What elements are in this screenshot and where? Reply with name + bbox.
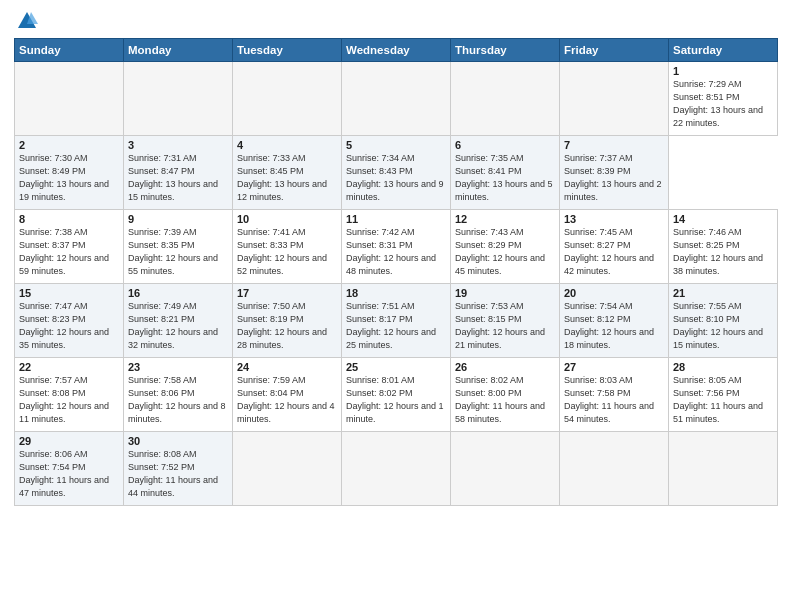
day-number: 16 bbox=[128, 287, 228, 299]
weekday-header-row: SundayMondayTuesdayWednesdayThursdayFrid… bbox=[15, 39, 778, 62]
day-number: 1 bbox=[673, 65, 773, 77]
calendar-week-row: 29Sunrise: 8:06 AMSunset: 7:54 PMDayligh… bbox=[15, 432, 778, 506]
calendar-cell: 7Sunrise: 7:37 AMSunset: 8:39 PMDaylight… bbox=[560, 136, 669, 210]
day-detail: Sunrise: 8:01 AMSunset: 8:02 PMDaylight:… bbox=[346, 374, 446, 426]
day-detail: Sunrise: 7:39 AMSunset: 8:35 PMDaylight:… bbox=[128, 226, 228, 278]
calendar-cell: 24Sunrise: 7:59 AMSunset: 8:04 PMDayligh… bbox=[233, 358, 342, 432]
calendar-cell: 28Sunrise: 8:05 AMSunset: 7:56 PMDayligh… bbox=[669, 358, 778, 432]
calendar-cell: 15Sunrise: 7:47 AMSunset: 8:23 PMDayligh… bbox=[15, 284, 124, 358]
calendar-cell bbox=[124, 62, 233, 136]
calendar-cell: 5Sunrise: 7:34 AMSunset: 8:43 PMDaylight… bbox=[342, 136, 451, 210]
calendar-cell bbox=[560, 62, 669, 136]
day-number: 26 bbox=[455, 361, 555, 373]
calendar-cell bbox=[560, 432, 669, 506]
logo-icon bbox=[16, 10, 38, 32]
calendar-cell bbox=[342, 432, 451, 506]
weekday-header-sunday: Sunday bbox=[15, 39, 124, 62]
day-detail: Sunrise: 7:45 AMSunset: 8:27 PMDaylight:… bbox=[564, 226, 664, 278]
calendar-cell bbox=[233, 432, 342, 506]
day-detail: Sunrise: 7:49 AMSunset: 8:21 PMDaylight:… bbox=[128, 300, 228, 352]
calendar-table: SundayMondayTuesdayWednesdayThursdayFrid… bbox=[14, 38, 778, 506]
day-number: 29 bbox=[19, 435, 119, 447]
day-detail: Sunrise: 7:58 AMSunset: 8:06 PMDaylight:… bbox=[128, 374, 228, 426]
calendar-week-row: 1Sunrise: 7:29 AMSunset: 8:51 PMDaylight… bbox=[15, 62, 778, 136]
day-detail: Sunrise: 7:43 AMSunset: 8:29 PMDaylight:… bbox=[455, 226, 555, 278]
calendar-cell: 10Sunrise: 7:41 AMSunset: 8:33 PMDayligh… bbox=[233, 210, 342, 284]
day-number: 24 bbox=[237, 361, 337, 373]
calendar-cell: 23Sunrise: 7:58 AMSunset: 8:06 PMDayligh… bbox=[124, 358, 233, 432]
weekday-header-thursday: Thursday bbox=[451, 39, 560, 62]
day-detail: Sunrise: 7:29 AMSunset: 8:51 PMDaylight:… bbox=[673, 78, 773, 130]
day-number: 6 bbox=[455, 139, 555, 151]
calendar-cell: 11Sunrise: 7:42 AMSunset: 8:31 PMDayligh… bbox=[342, 210, 451, 284]
day-number: 22 bbox=[19, 361, 119, 373]
calendar-week-row: 22Sunrise: 7:57 AMSunset: 8:08 PMDayligh… bbox=[15, 358, 778, 432]
day-number: 10 bbox=[237, 213, 337, 225]
day-number: 5 bbox=[346, 139, 446, 151]
day-number: 4 bbox=[237, 139, 337, 151]
calendar-cell: 1Sunrise: 7:29 AMSunset: 8:51 PMDaylight… bbox=[669, 62, 778, 136]
day-detail: Sunrise: 7:30 AMSunset: 8:49 PMDaylight:… bbox=[19, 152, 119, 204]
calendar-cell: 12Sunrise: 7:43 AMSunset: 8:29 PMDayligh… bbox=[451, 210, 560, 284]
day-detail: Sunrise: 7:37 AMSunset: 8:39 PMDaylight:… bbox=[564, 152, 664, 204]
day-detail: Sunrise: 7:57 AMSunset: 8:08 PMDaylight:… bbox=[19, 374, 119, 426]
day-number: 28 bbox=[673, 361, 773, 373]
logo-area bbox=[14, 10, 38, 32]
calendar-week-row: 8Sunrise: 7:38 AMSunset: 8:37 PMDaylight… bbox=[15, 210, 778, 284]
day-number: 7 bbox=[564, 139, 664, 151]
calendar-week-row: 2Sunrise: 7:30 AMSunset: 8:49 PMDaylight… bbox=[15, 136, 778, 210]
day-number: 27 bbox=[564, 361, 664, 373]
day-detail: Sunrise: 7:55 AMSunset: 8:10 PMDaylight:… bbox=[673, 300, 773, 352]
day-detail: Sunrise: 8:02 AMSunset: 8:00 PMDaylight:… bbox=[455, 374, 555, 426]
header bbox=[14, 10, 778, 32]
day-detail: Sunrise: 8:03 AMSunset: 7:58 PMDaylight:… bbox=[564, 374, 664, 426]
day-number: 21 bbox=[673, 287, 773, 299]
calendar-cell: 2Sunrise: 7:30 AMSunset: 8:49 PMDaylight… bbox=[15, 136, 124, 210]
calendar-cell: 20Sunrise: 7:54 AMSunset: 8:12 PMDayligh… bbox=[560, 284, 669, 358]
calendar-cell: 14Sunrise: 7:46 AMSunset: 8:25 PMDayligh… bbox=[669, 210, 778, 284]
day-number: 12 bbox=[455, 213, 555, 225]
weekday-header-saturday: Saturday bbox=[669, 39, 778, 62]
weekday-header-wednesday: Wednesday bbox=[342, 39, 451, 62]
calendar-cell: 18Sunrise: 7:51 AMSunset: 8:17 PMDayligh… bbox=[342, 284, 451, 358]
day-detail: Sunrise: 7:42 AMSunset: 8:31 PMDaylight:… bbox=[346, 226, 446, 278]
calendar-cell bbox=[669, 432, 778, 506]
calendar-cell: 27Sunrise: 8:03 AMSunset: 7:58 PMDayligh… bbox=[560, 358, 669, 432]
day-number: 19 bbox=[455, 287, 555, 299]
calendar-cell: 26Sunrise: 8:02 AMSunset: 8:00 PMDayligh… bbox=[451, 358, 560, 432]
day-detail: Sunrise: 8:06 AMSunset: 7:54 PMDaylight:… bbox=[19, 448, 119, 500]
day-number: 13 bbox=[564, 213, 664, 225]
day-detail: Sunrise: 7:51 AMSunset: 8:17 PMDaylight:… bbox=[346, 300, 446, 352]
calendar-cell bbox=[15, 62, 124, 136]
day-detail: Sunrise: 7:50 AMSunset: 8:19 PMDaylight:… bbox=[237, 300, 337, 352]
day-number: 17 bbox=[237, 287, 337, 299]
day-detail: Sunrise: 7:38 AMSunset: 8:37 PMDaylight:… bbox=[19, 226, 119, 278]
weekday-header-tuesday: Tuesday bbox=[233, 39, 342, 62]
day-number: 8 bbox=[19, 213, 119, 225]
weekday-header-friday: Friday bbox=[560, 39, 669, 62]
day-detail: Sunrise: 8:05 AMSunset: 7:56 PMDaylight:… bbox=[673, 374, 773, 426]
day-detail: Sunrise: 7:31 AMSunset: 8:47 PMDaylight:… bbox=[128, 152, 228, 204]
day-number: 23 bbox=[128, 361, 228, 373]
day-number: 3 bbox=[128, 139, 228, 151]
calendar-cell bbox=[451, 432, 560, 506]
calendar-cell: 16Sunrise: 7:49 AMSunset: 8:21 PMDayligh… bbox=[124, 284, 233, 358]
day-detail: Sunrise: 7:53 AMSunset: 8:15 PMDaylight:… bbox=[455, 300, 555, 352]
calendar-cell: 29Sunrise: 8:06 AMSunset: 7:54 PMDayligh… bbox=[15, 432, 124, 506]
weekday-header-monday: Monday bbox=[124, 39, 233, 62]
day-detail: Sunrise: 7:59 AMSunset: 8:04 PMDaylight:… bbox=[237, 374, 337, 426]
calendar-cell: 22Sunrise: 7:57 AMSunset: 8:08 PMDayligh… bbox=[15, 358, 124, 432]
day-number: 18 bbox=[346, 287, 446, 299]
day-detail: Sunrise: 8:08 AMSunset: 7:52 PMDaylight:… bbox=[128, 448, 228, 500]
day-detail: Sunrise: 7:41 AMSunset: 8:33 PMDaylight:… bbox=[237, 226, 337, 278]
calendar-week-row: 15Sunrise: 7:47 AMSunset: 8:23 PMDayligh… bbox=[15, 284, 778, 358]
day-number: 15 bbox=[19, 287, 119, 299]
day-detail: Sunrise: 7:47 AMSunset: 8:23 PMDaylight:… bbox=[19, 300, 119, 352]
calendar-cell: 3Sunrise: 7:31 AMSunset: 8:47 PMDaylight… bbox=[124, 136, 233, 210]
day-number: 2 bbox=[19, 139, 119, 151]
calendar-cell: 19Sunrise: 7:53 AMSunset: 8:15 PMDayligh… bbox=[451, 284, 560, 358]
day-detail: Sunrise: 7:46 AMSunset: 8:25 PMDaylight:… bbox=[673, 226, 773, 278]
calendar-cell bbox=[342, 62, 451, 136]
day-number: 14 bbox=[673, 213, 773, 225]
page: SundayMondayTuesdayWednesdayThursdayFrid… bbox=[0, 0, 792, 612]
